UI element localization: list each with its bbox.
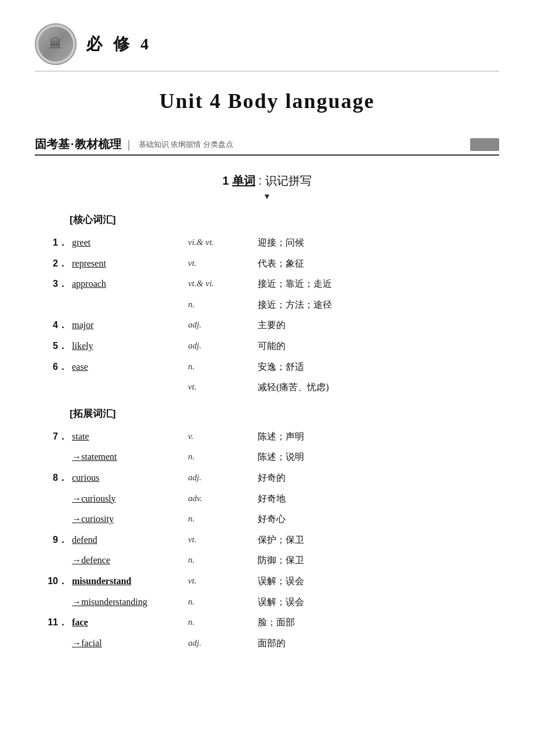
vocab-meaning: 代表；象征 — [255, 253, 499, 274]
vocab-pos: vt. — [186, 571, 255, 592]
vocab-meaning: 接近；靠近；走近 — [255, 273, 499, 294]
table-row: 2． represent vt. 代表；象征 — [35, 253, 499, 274]
vocab-pos: n. — [186, 447, 255, 467]
table-row: n. 接近；方法；途径 — [35, 294, 499, 315]
section-bar: 固考基 · 教材梳理 ｜ 基础知识 依纲据情 分类盘点 — [35, 136, 499, 156]
logo-image: 🏛 — [35, 23, 77, 65]
section-bar-pipe: ｜ — [124, 138, 134, 152]
table-row: 1． greet vi.& vt. 迎接；问候 — [35, 232, 499, 253]
vocab-meaning: 保护；保卫 — [255, 530, 499, 550]
vocab-derivative: →misunderstanding — [70, 592, 186, 613]
vocab-pos: adv. — [186, 488, 255, 509]
vocab-pos: n. — [186, 357, 255, 377]
category-header-extended: [拓展词汇] — [70, 407, 499, 420]
table-row: →facial adj. 面部的 — [35, 633, 499, 654]
vocab-meaning: 面部的 — [255, 633, 499, 654]
table-row: 11． face n. 脸；面部 — [35, 612, 499, 633]
vocab-meaning: 好奇地 — [255, 488, 499, 509]
vocab-word: defend — [70, 530, 186, 550]
vocab-pos: adj. — [186, 633, 255, 654]
vocab-num-empty — [35, 294, 70, 315]
vocab-pos: adj. — [186, 467, 255, 488]
table-row: →statement n. 陈述；说明 — [35, 447, 499, 467]
vocab-pos: vt. — [186, 253, 255, 274]
vocab-num-empty — [35, 509, 70, 530]
vocab-meaning: 好奇的 — [255, 467, 499, 488]
category-header-core: [核心词汇] — [70, 213, 499, 226]
vocab-word: curious — [70, 467, 186, 488]
vocab-meaning: 陈述；声明 — [255, 426, 499, 447]
vocab-pos: vt.& vi. — [186, 273, 255, 294]
extended-vocab-table: 7． state v. 陈述；声明 →statement n. 陈述；说明 8．… — [35, 426, 499, 654]
vocab-meaning: 主要的 — [255, 315, 499, 336]
vocab-num-empty — [35, 633, 70, 654]
vocab-num: 10． — [35, 571, 70, 592]
table-row: 8． curious adj. 好奇的 — [35, 467, 499, 488]
vocab-num: 6． — [35, 357, 70, 377]
vocab-word: major — [70, 315, 186, 336]
vocab-pos: adj. — [186, 336, 255, 357]
vocab-rest: 识记拼写 — [265, 174, 312, 187]
table-row: 10． misunderstand vt. 误解；误会 — [35, 571, 499, 592]
table-row: 6． ease n. 安逸；舒适 — [35, 357, 499, 377]
vocab-num: 1． — [35, 232, 70, 253]
section-bar-dot: · — [71, 138, 74, 151]
vocab-word: ease — [70, 357, 186, 377]
header-divider — [35, 71, 499, 71]
table-row: →curiously adv. 好奇地 — [35, 488, 499, 509]
vocab-pos: v. — [186, 426, 255, 447]
vocab-num-empty — [35, 550, 70, 571]
vocab-num: 9． — [35, 530, 70, 550]
table-row: 7． state v. 陈述；声明 — [35, 426, 499, 447]
vocab-meaning: 防御；保卫 — [255, 550, 499, 571]
table-row: →misunderstanding n. 误解；误会 — [35, 592, 499, 613]
vocab-word-empty — [70, 294, 186, 315]
core-vocab-table: 1． greet vi.& vt. 迎接；问候 2． represent vt.… — [35, 232, 499, 398]
vocab-pos-extra: vt. — [186, 377, 255, 398]
vocab-num-empty — [35, 592, 70, 613]
vocab-word: state — [70, 426, 186, 447]
vocab-num: 5． — [35, 336, 70, 357]
vocab-num: 2． — [35, 253, 70, 274]
vocab-meaning: 误解；误会 — [255, 571, 499, 592]
vocab-derivative: →curiosity — [70, 509, 186, 530]
vocab-word: likely — [70, 336, 186, 357]
logo-icon: 🏛 — [49, 37, 62, 52]
unit-title: Unit 4 Body language — [35, 89, 499, 113]
vocab-meaning: 可能的 — [255, 336, 499, 357]
table-row: →curiosity n. 好奇心 — [35, 509, 499, 530]
vocab-pos: n. — [186, 550, 255, 571]
vocab-num: 7． — [35, 426, 70, 447]
vocab-word-empty — [70, 377, 186, 398]
section-bar-main: 固考基 — [35, 136, 70, 152]
vocab-meaning: 误解；误会 — [255, 592, 499, 613]
arrow-down-icon: ▼ — [35, 192, 499, 201]
vocab-meaning-extra: 接近；方法；途径 — [255, 294, 499, 315]
page-header: 🏛 必 修 4 — [35, 23, 499, 65]
vocab-num: 4． — [35, 315, 70, 336]
vocab-num-empty — [35, 488, 70, 509]
section-bar-accent — [470, 138, 499, 151]
vocab-section-title: 1 单词 : 识记拼写 — [35, 173, 499, 189]
vocab-derivative: →defence — [70, 550, 186, 571]
vocab-meaning-extra: 减轻(痛苦、忧虑) — [255, 377, 499, 398]
vocab-colon: : — [259, 174, 262, 187]
vocab-meaning: 迎接；问候 — [255, 232, 499, 253]
vocab-underlined-text: 单词 — [232, 174, 255, 187]
table-row: →defence n. 防御；保卫 — [35, 550, 499, 571]
vocab-num: 11． — [35, 612, 70, 633]
vocab-meaning: 脸；面部 — [255, 612, 499, 633]
vocab-derivative: →curiously — [70, 488, 186, 509]
vocab-word: face — [70, 612, 186, 633]
vocab-meaning: 陈述；说明 — [255, 447, 499, 467]
table-row: 4． major adj. 主要的 — [35, 315, 499, 336]
header-title: 必 修 4 — [86, 33, 152, 55]
vocab-meaning: 安逸；舒适 — [255, 357, 499, 377]
table-row: 5． likely adj. 可能的 — [35, 336, 499, 357]
vocab-pos: adj. — [186, 315, 255, 336]
vocab-word: approach — [70, 273, 186, 294]
table-row: 3． approach vt.& vi. 接近；靠近；走近 — [35, 273, 499, 294]
vocab-pos: n. — [186, 509, 255, 530]
vocab-num: 8． — [35, 467, 70, 488]
vocab-derivative: →facial — [70, 633, 186, 654]
